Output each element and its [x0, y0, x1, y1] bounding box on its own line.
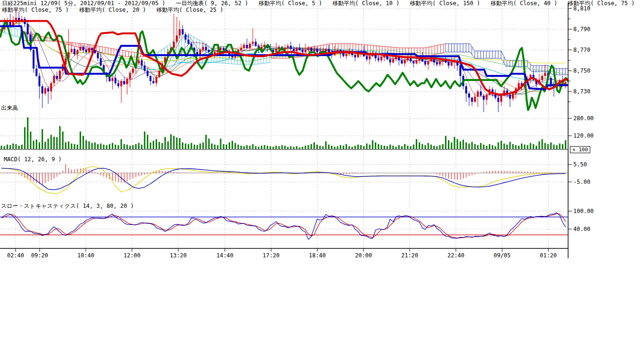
macd-pane-label: MACD( 12, 26, 9 )	[4, 156, 62, 163]
svg-text:100.00: 100.00	[573, 208, 594, 214]
svg-text:12:00: 12:00	[124, 252, 140, 259]
price-pane-plot[interactable]	[0, 3, 568, 109]
svg-text:18:40: 18:40	[309, 252, 326, 259]
svg-text:13:20: 13:20	[170, 252, 187, 259]
volume-pane-label: 出来高	[1, 104, 18, 112]
svg-text:09:20: 09:20	[31, 252, 48, 259]
legend-item: 移動平均( Close, 10 )	[332, 0, 399, 7]
svg-text:5.50: 5.50	[573, 161, 587, 168]
svg-text:10:40: 10:40	[77, 252, 94, 259]
legend-item: 移動平均( Close, 5 )	[259, 0, 322, 7]
legend-item: 移動平均( Close, 25 )	[157, 7, 223, 13]
svg-text:17:20: 17:20	[263, 252, 280, 259]
legend-item: 日経225mini 12/09( 5分, 2012/09/01 - 2012/0…	[2, 0, 165, 7]
svg-text:280.00: 280.00	[573, 115, 594, 122]
chart-canvas[interactable]: 8,8108,7908,7708,7508,730280.00120.005.5…	[0, 0, 644, 362]
volume-pane-plot[interactable]	[0, 109, 568, 149]
chart-legend-line2: 移動平均( Close, 75 )移動平均( Close, 20 )移動平均( …	[2, 7, 234, 13]
svg-text:14:40: 14:40	[216, 252, 233, 259]
svg-text:20:00: 20:00	[355, 252, 372, 259]
legend-item: 移動平均( Close, 75 )	[568, 0, 635, 7]
volume-multiplier-badge: × 100	[570, 146, 590, 153]
legend-item: 一目均衡表( 9, 26, 52 )	[176, 0, 248, 7]
svg-text:8,730: 8,730	[573, 88, 590, 95]
svg-text:09/05: 09/05	[494, 252, 511, 259]
stochastics-pane-label: スロー・ストキャスティクス( 14, 3, 80, 20 )	[1, 202, 134, 210]
svg-text:-5.00: -5.00	[573, 179, 590, 185]
macd-pane-plot[interactable]	[0, 153, 568, 200]
svg-text:22:40: 22:40	[447, 252, 464, 259]
svg-text:01:20: 01:20	[540, 252, 557, 259]
chart-window: 日経225mini 12/09( 5分, 2012/09/01 - 2012/0…	[0, 0, 644, 362]
svg-text:02:40: 02:40	[7, 252, 24, 259]
legend-item: 移動平均( Close, 150 )	[410, 0, 480, 7]
svg-text:21:20: 21:20	[401, 252, 418, 259]
svg-text:120.00: 120.00	[573, 132, 594, 139]
chart-legend-line1: 日経225mini 12/09( 5分, 2012/09/01 - 2012/0…	[2, 0, 644, 7]
svg-text:8,750: 8,750	[573, 67, 590, 74]
legend-item: 移動平均( Close, 75 )	[2, 7, 69, 13]
legend-item: 移動平均( Close, 40 )	[490, 0, 557, 7]
svg-text:8,770: 8,770	[573, 47, 590, 53]
svg-text:8,790: 8,790	[573, 26, 590, 33]
svg-text:40.00: 40.00	[573, 226, 590, 232]
legend-item: 移動平均( Close, 20 )	[79, 7, 146, 13]
